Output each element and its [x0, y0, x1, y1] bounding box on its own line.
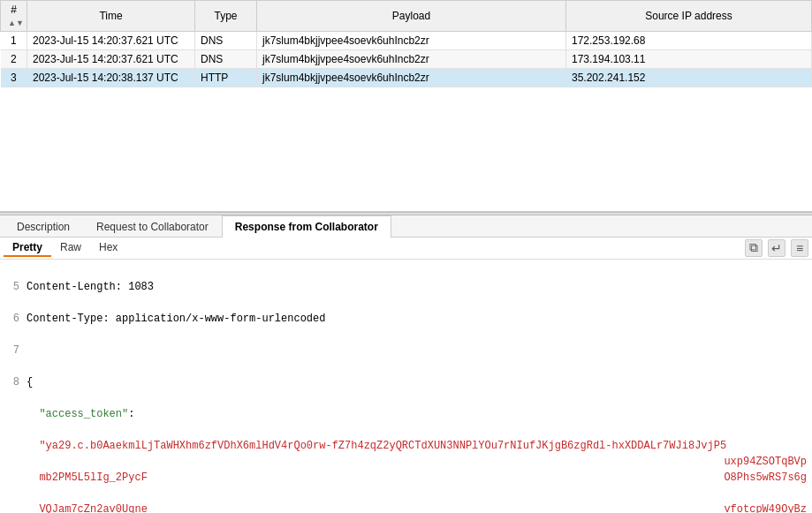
tab-request[interactable]: Request to Collaborator: [83, 215, 222, 238]
line-7: 7: [5, 343, 807, 358]
wrap-icon[interactable]: ↵: [768, 239, 785, 257]
sub-tabs-row: Pretty Raw Hex ⧉ ↵ ≡: [0, 238, 812, 260]
col-header-type[interactable]: Type: [195, 1, 257, 32]
packet-table: # ▲▼ Time Type Payload Source IP address…: [0, 0, 812, 87]
table-row[interactable]: 32023-Jul-15 14:20:38.137 UTCHTTPjk7slum…: [1, 69, 812, 87]
sub-tab-raw[interactable]: Raw: [51, 239, 90, 257]
bottom-panel: Description Request to Collaborator Resp…: [0, 215, 812, 513]
line-5: 5Content-Length: 1083: [5, 279, 807, 295]
sort-arrows-num: ▲▼: [8, 19, 24, 27]
tab-description[interactable]: Description: [4, 215, 83, 238]
col-header-source[interactable]: Source IP address: [566, 1, 812, 32]
col-header-time[interactable]: Time: [27, 1, 195, 32]
col-header-num[interactable]: # ▲▼: [1, 1, 27, 32]
line-access-token-v3: VQJam7cZn2av0UqnevfotcpW49OyBz: [5, 502, 807, 513]
table-row[interactable]: 12023-Jul-15 14:20:37.621 UTCDNSjk7slum4…: [1, 32, 812, 50]
copy-icon[interactable]: ⧉: [745, 239, 763, 257]
main-tabs-row: Description Request to Collaborator Resp…: [0, 215, 812, 238]
sub-tab-hex[interactable]: Hex: [90, 239, 126, 257]
col-header-payload[interactable]: Payload: [257, 1, 566, 32]
packet-table-section: # ▲▼ Time Type Payload Source IP address…: [0, 0, 812, 212]
content-area: 5Content-Length: 1083 6Content-Type: app…: [0, 260, 812, 513]
line-access-token-label: "access_token":: [5, 406, 807, 422]
tab-response[interactable]: Response from Collaborator: [222, 215, 391, 238]
empty-table-area: [0, 87, 812, 211]
sub-tabs-left: Pretty Raw Hex: [4, 239, 126, 257]
line-8: 8{: [5, 374, 807, 390]
table-row[interactable]: 22023-Jul-15 14:20:37.621 UTCDNSjk7slum4…: [1, 50, 812, 69]
menu-icon[interactable]: ≡: [791, 239, 808, 257]
line-access-token-v1: "ya29.c.b0AaekmlLjTaWHXhm6zfVDhX6mlHdV4r…: [5, 438, 807, 454]
line-6: 6Content-Type: application/x-www-form-ur…: [5, 311, 807, 327]
sub-tab-pretty[interactable]: Pretty: [4, 239, 51, 257]
line-access-token-v2: mb2PM5L5lIg_2PycFO8Phs5wRS7s6g: [5, 470, 807, 486]
sub-tabs-right: ⧉ ↵ ≡: [745, 239, 808, 257]
